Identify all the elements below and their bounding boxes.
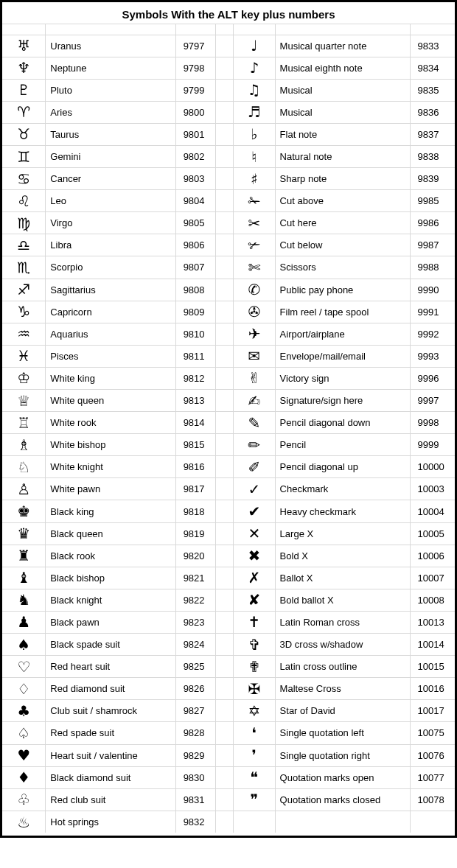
symbol-name: Natural note: [275, 145, 410, 167]
symbol-code: 9826: [175, 678, 215, 700]
symbol-glyph: ♈: [2, 101, 46, 123]
symbol-code: 9814: [175, 412, 215, 434]
symbol-glyph: ❝: [234, 766, 276, 788]
symbol-name: Latin Roman cross: [275, 611, 410, 633]
symbol-name: Large X: [275, 522, 410, 545]
symbol-code: 9830: [175, 766, 215, 788]
symbol-glyph: ♒: [2, 323, 46, 345]
symbol-glyph: ✞: [234, 634, 276, 656]
symbol-code: 9992: [410, 323, 455, 345]
symbol-name: Pencil diagonal down: [275, 412, 410, 434]
symbol-code: 9816: [175, 456, 215, 478]
symbol-glyph: ✕: [234, 522, 276, 545]
symbol-name: Neptune: [46, 57, 175, 79]
symbol-glyph: ✇: [234, 301, 276, 323]
table-row: ♝Black bishop9821✗Ballot X10007: [2, 567, 455, 589]
symbol-code: 10015: [410, 656, 455, 678]
symbol-glyph: ✄: [234, 256, 276, 279]
symbol-glyph: ✉: [234, 345, 276, 367]
symbol-glyph: ♓: [2, 345, 46, 367]
symbol-name: Uranus: [46, 35, 175, 57]
symbol-glyph: ♅: [2, 35, 46, 57]
column-gap: [216, 634, 234, 656]
table-row: ♕White queen9813✍Signature/sign here9997: [2, 390, 455, 412]
column-gap: [216, 79, 234, 101]
table-row: ♉Taurus9801♭Flat note9837: [2, 123, 455, 145]
symbol-code: 9836: [410, 101, 455, 123]
symbol-name: Aries: [46, 101, 175, 123]
symbol-code: 10003: [410, 478, 455, 500]
symbol-glyph: ♘: [2, 456, 46, 478]
table-row: ♤Red spade suit9828❛Single quotation lef…: [2, 722, 455, 744]
symbol-code: 9802: [175, 145, 215, 167]
symbol-name: Bold ballot X: [275, 589, 410, 611]
symbol-glyph: ✈: [234, 323, 276, 345]
symbol-glyph: ✝: [234, 611, 276, 633]
symbol-code: 9811: [175, 345, 215, 367]
symbol-glyph: ♢: [2, 678, 46, 700]
symbol-code: 9822: [175, 589, 215, 611]
table-row: ♊Gemini9802♮Natural note9838: [2, 145, 455, 167]
symbol-code: 9820: [175, 545, 215, 567]
column-gap: [216, 101, 234, 123]
symbol-name: Red diamond suit: [46, 678, 175, 700]
symbol-code: 9805: [175, 212, 215, 234]
symbol-name: Black diamond suit: [46, 766, 175, 788]
symbol-name: Hot springs: [46, 811, 175, 833]
symbol-glyph: ♏: [2, 256, 46, 279]
symbol-code: 9815: [175, 434, 215, 456]
symbol-code: [410, 811, 455, 833]
symbol-name: [275, 811, 410, 833]
symbol-name: Sagittarius: [46, 279, 175, 301]
symbol-name: Scorpio: [46, 256, 175, 279]
symbol-name: Cut above: [275, 190, 410, 212]
symbol-glyph: ♑: [2, 301, 46, 323]
symbol-glyph: ❞: [234, 788, 276, 811]
table-row: ♐Sagittarius9808✆Public pay phone9990: [2, 279, 455, 301]
symbol-glyph: ✃: [234, 234, 276, 256]
symbol-name: Musical: [275, 79, 410, 101]
symbol-name: Cancer: [46, 168, 175, 190]
symbol-name: White queen: [46, 390, 175, 412]
column-gap: [216, 168, 234, 190]
symbol-name: Libra: [46, 234, 175, 256]
symbol-glyph: ♗: [2, 434, 46, 456]
symbol-code: 9829: [175, 744, 215, 766]
symbol-name: White bishop: [46, 434, 175, 456]
symbol-code: 9997: [410, 390, 455, 412]
symbol-name: Red heart suit: [46, 656, 175, 678]
symbol-code: 9804: [175, 190, 215, 212]
symbol-name: Ballot X: [275, 567, 410, 589]
table-row: ♏Scorpio9807✄Scissors9988: [2, 256, 455, 279]
symbol-glyph: ♚: [2, 500, 46, 522]
symbol-name: Black pawn: [46, 611, 175, 633]
symbol-code: 9819: [175, 522, 215, 545]
column-gap: [216, 57, 234, 79]
symbol-code: 9835: [410, 79, 455, 101]
symbol-code: 9838: [410, 145, 455, 167]
symbol-name: Taurus: [46, 123, 175, 145]
symbol-name: White king: [46, 367, 175, 389]
symbol-glyph: ✡: [234, 700, 276, 722]
symbol-name: Signature/sign here: [275, 390, 410, 412]
symbol-name: Pisces: [46, 345, 175, 367]
symbol-name: White knight: [46, 456, 175, 478]
table-row: ♖White rook9814✎Pencil diagonal down9998: [2, 412, 455, 434]
symbol-name: Pencil diagonal up: [275, 456, 410, 478]
symbol-code: 9985: [410, 190, 455, 212]
column-gap: [216, 456, 234, 478]
symbol-code: 10008: [410, 589, 455, 611]
table-row: ♈Aries9800♬Musical9836: [2, 101, 455, 123]
symbol-name: Scissors: [275, 256, 410, 279]
symbols-table: ♅Uranus9797♩Musical quarter note9833♆Nep…: [2, 24, 455, 833]
symbol-code: 10077: [410, 766, 455, 788]
table-row: ♦Black diamond suit9830❝Quotation marks …: [2, 766, 455, 788]
symbol-code: 9798: [175, 57, 215, 79]
symbol-code: 9823: [175, 611, 215, 633]
symbol-code: 9991: [410, 301, 455, 323]
symbol-glyph: ♭: [234, 123, 276, 145]
column-gap: [216, 478, 234, 500]
symbol-code: 9801: [175, 123, 215, 145]
column-gap: [216, 345, 234, 367]
symbol-code: 9812: [175, 367, 215, 389]
